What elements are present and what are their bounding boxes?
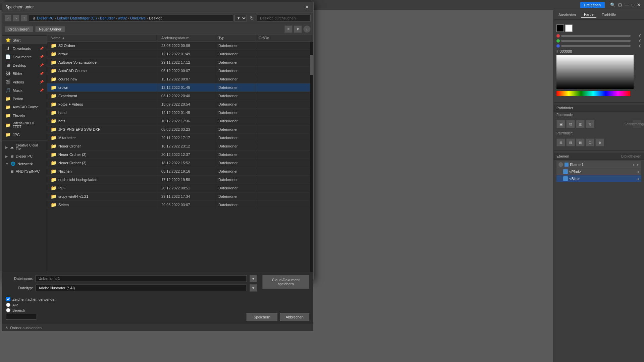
table-row[interactable]: 📁 JPG PNG EPS SVG DXF 05.03.2022 03:23 D… — [47, 125, 310, 134]
pathfinder-path-btn-1[interactable]: ⊞ — [556, 138, 565, 146]
breadcrumb-onedrive[interactable]: OneDrive — [130, 16, 146, 20]
table-row[interactable]: 📁 hand 12.12.2022 01:45 Dateiordner — [47, 109, 310, 117]
filetype-input[interactable] — [36, 285, 247, 291]
new-folder-button[interactable]: Neuer Ordner — [35, 26, 65, 32]
up-button[interactable]: ↑ — [21, 15, 28, 21]
folder-toggle[interactable]: ∧ Ordner ausblenden — [2, 324, 313, 331]
sidebar-dieser-pc[interactable]: ▶ 🖥 Dieser PC — [2, 153, 47, 160]
sidebar-item-downloads[interactable]: ⬇ Downloads 📌 — [2, 44, 47, 53]
col-header-type[interactable]: Typ — [215, 35, 255, 41]
pathfinder-path-btn-2[interactable]: ⊟ — [566, 138, 575, 146]
table-row[interactable]: 📁 S2 Ordner 23.05.2022 00:08 Dateiordner — [47, 42, 310, 50]
table-row[interactable]: 📁 Mitarbeiter 29.11.2022 17:17 Dateiordn… — [47, 134, 310, 142]
refresh-button[interactable]: ↻ — [248, 14, 256, 22]
back-button[interactable]: ‹ — [5, 15, 11, 21]
pathfinder-path-btn-3[interactable]: ⊠ — [576, 138, 585, 146]
table-row[interactable]: 📁 crown 12.12.2022 01:45 Dateiordner — [47, 83, 310, 92]
tab-ausrichten[interactable]: Ausrichten — [556, 12, 579, 18]
bibliotheken-tab[interactable]: Bibliotheken — [621, 154, 641, 158]
table-row[interactable]: 📁 Neuer Ordner (3) 18.12.2022 15:52 Date… — [47, 159, 310, 167]
table-row[interactable]: 📁 course new 15.12.2022 00:07 Dateiordne… — [47, 75, 310, 83]
pathfinder-btn-1[interactable]: ▣ — [556, 120, 565, 128]
swatch-white[interactable] — [565, 24, 573, 32]
save-button[interactable]: Speichern — [247, 313, 277, 321]
cancel-button[interactable]: Abbrechen — [280, 313, 309, 321]
ebenen-tab[interactable]: Ebenen — [556, 154, 569, 158]
sidebar-item-jpg[interactable]: 📁 JPG — [2, 130, 47, 139]
pathfinder-path-btn-4[interactable]: ⊡ — [586, 138, 594, 146]
table-row[interactable]: 📁 hats 10.12.2022 17:36 Dateiordner — [47, 117, 310, 125]
breadcrumb-lokaler[interactable]: Lokaler Datenträger (C:) — [57, 16, 97, 20]
tab-farbe[interactable]: Farbe — [581, 11, 596, 18]
breadcrumb-dropdown[interactable]: ▼ — [234, 15, 247, 21]
sidebar-item-videos2[interactable]: 📁 videos (NICHT FERT — [2, 120, 47, 130]
layer-visibility-icon[interactable] — [558, 162, 563, 167]
layer-row-pfad[interactable]: <Pfad> ● — [556, 168, 641, 175]
table-row[interactable]: 📁 AutoCAD Course 05.12.2022 00:07 Dateio… — [47, 67, 310, 75]
pathfinder-btn-5[interactable]: Schnittmengen... — [633, 120, 641, 128]
radio-bereich[interactable] — [6, 308, 10, 312]
sidebar-item-videos[interactable]: 🎬 Videos 📌 — [2, 78, 47, 86]
pathfinder-path-btn-5[interactable]: ⊕ — [595, 138, 604, 146]
search-input[interactable] — [257, 15, 311, 21]
radio-alle-row: Alle — [6, 303, 56, 307]
breadcrumb-dieser-pc[interactable]: Dieser PC — [37, 16, 54, 20]
table-row[interactable]: 📁 Fotos + Videos 13.09.2022 20:54 Dateio… — [47, 100, 310, 109]
filename-input[interactable] — [36, 275, 247, 282]
organize-button[interactable]: Organisieren — [5, 26, 33, 32]
rgb-r-slider[interactable] — [561, 35, 631, 37]
breadcrumb-wtf82[interactable]: wtf82 — [118, 16, 127, 20]
hue-slider[interactable] — [556, 91, 630, 96]
table-row[interactable]: 📁 Experiment 03.12.2022 20:40 Dateiordne… — [47, 92, 310, 100]
sidebar-item-autocad[interactable]: 📁 AutoCAD Course — [2, 103, 47, 111]
zeichenflaechen-checkbox[interactable] — [6, 297, 10, 301]
breadcrumb-benutzer[interactable]: Benutzer — [100, 16, 115, 20]
view-dropdown-button[interactable]: ▼ — [294, 25, 302, 33]
swatch-black[interactable] — [556, 24, 564, 32]
col-header-name[interactable]: Name ▲ — [47, 35, 158, 41]
radio-alle[interactable] — [6, 303, 10, 307]
color-spectrum[interactable] — [556, 55, 634, 89]
table-row[interactable]: 📁 arrow 12.12.2022 01:49 Dateiordner — [47, 50, 310, 58]
share-button[interactable]: Freigeben — [580, 2, 605, 8]
layer-row-bild[interactable]: <Bild> ● — [556, 175, 641, 182]
sidebar-item-dokumente[interactable]: 📄 Dokumente 📌 — [2, 53, 47, 61]
scrollbar[interactable] — [310, 42, 313, 272]
col-header-date[interactable]: Änderungsdatum — [158, 35, 215, 41]
sidebar-item-einzeln[interactable]: 📁 Einzeln — [2, 111, 47, 120]
sidebar-item-desktop[interactable]: 🖥 Desktop 📌 — [2, 61, 47, 69]
pathfinder-btn-3[interactable]: ◫ — [576, 120, 585, 128]
sidebar-creative-cloud[interactable]: ▶ ☁ Creative Cloud File — [2, 142, 47, 153]
filename-dropdown-arrow[interactable]: ▼ — [250, 275, 257, 282]
table-row[interactable]: 📁 Neuer Ordner 18.12.2022 23:12 Dateiord… — [47, 142, 310, 150]
sidebar-netzwerk[interactable]: ▼ 🌐 Netzwerk — [2, 160, 47, 168]
table-row[interactable]: 📁 Nischen 05.12.2022 19:16 Dateiordner — [47, 167, 310, 176]
col-header-size[interactable]: Größe — [255, 35, 289, 41]
view-list-button[interactable]: ≡ — [284, 25, 292, 33]
table-row[interactable]: 📁 Aufträge Vorschaubilder 29.11.2022 17:… — [47, 58, 310, 67]
scrollbar-thumb[interactable] — [310, 55, 313, 75]
cloud-save-button[interactable]: Cloud-Dokument speichern — [262, 275, 309, 289]
table-row[interactable]: 📁 srcpy-win64-v1.21 29.11.2022 17:34 Dat… — [47, 192, 310, 201]
close-button[interactable]: ✕ — [304, 4, 310, 10]
info-button[interactable]: i — [303, 25, 311, 33]
tab-farbhilfe[interactable]: Farbhilfe — [599, 12, 619, 18]
sidebar-andyseinpc[interactable]: 🖥 ANDYSEINPC — [2, 168, 47, 175]
sidebar-item-start[interactable]: ⭐ Start — [2, 36, 47, 44]
rgb-g-slider[interactable] — [561, 40, 631, 42]
table-row[interactable]: 📁 Neuer Ordner (2) 20.12.2022 12:37 Date… — [47, 150, 310, 159]
sidebar-item-potion[interactable]: 📁 Potion — [2, 95, 47, 103]
filetype-dropdown-arrow[interactable]: ▼ — [250, 284, 257, 292]
rgb-b-slider[interactable] — [561, 45, 631, 47]
sidebar-item-musik[interactable]: 🎵 Musik 📌 — [2, 86, 47, 95]
table-row[interactable]: 📁 PDF 20.12.2022 00:51 Dateiordner — [47, 184, 310, 192]
table-row[interactable]: 📁 noch nicht hochgeladen 17.12.2022 19:5… — [47, 176, 310, 184]
forward-button[interactable]: › — [13, 15, 19, 21]
pathfinder-btn-2[interactable]: ⊡ — [566, 120, 575, 128]
layer-row-ebene1[interactable]: Ebene 1 ● ▼ — [556, 161, 641, 168]
table-row[interactable]: 📁 Seiten 29.08.2022 03:07 Dateiordner — [47, 201, 310, 209]
sidebar-item-bilder[interactable]: 🖼 Bilder 📌 — [2, 69, 47, 78]
range-input[interactable] — [6, 314, 36, 320]
file-type-cell: Dateiordner — [215, 93, 255, 99]
pathfinder-btn-4[interactable]: ⊟ — [586, 120, 594, 128]
